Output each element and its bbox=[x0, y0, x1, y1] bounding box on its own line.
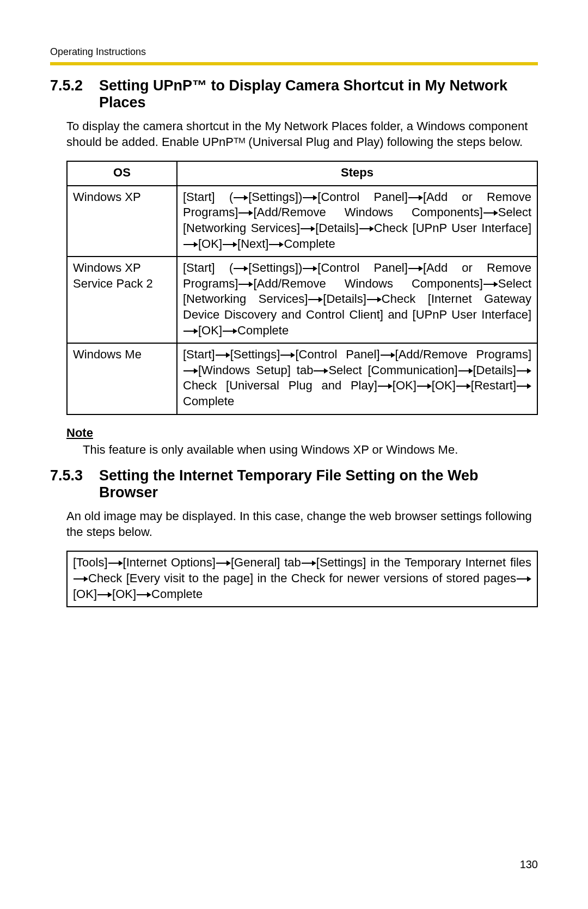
arrow-right-icon bbox=[301, 559, 316, 567]
arrow-right-icon bbox=[313, 367, 328, 375]
table-row: Windows Me[Start][Settings][Control Pane… bbox=[67, 343, 537, 414]
arrow-right-icon bbox=[458, 367, 473, 375]
table-header-steps: Steps bbox=[177, 161, 537, 186]
arrow-right-icon bbox=[238, 280, 253, 288]
os-cell: Windows XP Service Pack 2 bbox=[67, 257, 177, 343]
arrow-right-icon bbox=[302, 194, 317, 202]
browser-steps-box: [Tools][Internet Options][General] tab[S… bbox=[66, 551, 538, 607]
arrow-right-icon bbox=[483, 209, 498, 217]
section-number: 7.5.3 bbox=[50, 467, 99, 484]
arrow-right-icon bbox=[416, 382, 432, 390]
arrow-right-icon bbox=[222, 327, 237, 335]
os-steps-table: OS Steps Windows XP[Start] ([Settings])[… bbox=[66, 161, 538, 414]
arrow-right-icon bbox=[516, 367, 531, 375]
table-header-os: OS bbox=[67, 161, 177, 186]
browser-steps-content: [Tools][Internet Options][General] tab[S… bbox=[73, 555, 531, 602]
arrow-right-icon bbox=[238, 209, 253, 217]
section-heading-752: 7.5.2 Setting UPnP™ to Display Camera Sh… bbox=[50, 77, 538, 111]
arrow-right-icon bbox=[216, 559, 231, 567]
section-753-intro: An old image may be displayed. In this c… bbox=[50, 509, 538, 540]
arrow-right-icon bbox=[359, 225, 374, 233]
arrow-right-icon bbox=[97, 591, 112, 599]
arrow-right-icon bbox=[377, 382, 393, 390]
arrow-right-icon bbox=[108, 559, 123, 567]
arrow-right-icon bbox=[456, 382, 471, 390]
arrow-right-icon bbox=[380, 351, 395, 359]
note-body: This feature is only available when usin… bbox=[50, 442, 538, 458]
arrow-right-icon bbox=[408, 194, 423, 202]
arrow-right-icon bbox=[233, 194, 248, 202]
arrow-right-icon bbox=[73, 575, 88, 583]
arrow-right-icon bbox=[136, 591, 151, 599]
section-title: Setting UPnP™ to Display Camera Shortcut… bbox=[99, 77, 538, 111]
arrow-right-icon bbox=[308, 296, 323, 303]
arrow-right-icon bbox=[516, 382, 531, 390]
table-row: Windows XP Service Pack 2[Start] ([Setti… bbox=[67, 257, 537, 343]
arrow-right-icon bbox=[302, 265, 317, 272]
section-title: Setting the Internet Temporary File Sett… bbox=[99, 467, 538, 501]
document-page: Operating Instructions 7.5.2 Setting UPn… bbox=[0, 0, 588, 909]
arrow-right-icon bbox=[366, 296, 382, 303]
arrow-right-icon bbox=[215, 351, 230, 359]
running-header: Operating Instructions bbox=[50, 46, 538, 58]
section-number: 7.5.2 bbox=[50, 77, 99, 94]
os-cell: Windows Me bbox=[67, 343, 177, 414]
arrow-right-icon bbox=[183, 241, 198, 248]
accent-bar bbox=[50, 62, 538, 65]
section-heading-753: 7.5.3 Setting the Internet Temporary Fil… bbox=[50, 467, 538, 501]
arrow-right-icon bbox=[300, 225, 315, 233]
section-752-intro: To display the camera shortcut in the My… bbox=[50, 119, 538, 150]
arrow-right-icon bbox=[408, 265, 423, 272]
steps-cell: [Start] ([Settings])[Control Panel][Add … bbox=[177, 186, 537, 257]
table-body: Windows XP[Start] ([Settings])[Control P… bbox=[67, 186, 537, 414]
note-label: Note bbox=[50, 426, 538, 440]
page-number: 130 bbox=[520, 858, 538, 871]
arrow-right-icon bbox=[233, 265, 248, 272]
arrow-right-icon bbox=[183, 367, 198, 375]
table-row: Windows XP[Start] ([Settings])[Control P… bbox=[67, 186, 537, 257]
arrow-right-icon bbox=[483, 280, 498, 288]
steps-cell: [Start][Settings][Control Panel][Add/Rem… bbox=[177, 343, 537, 414]
arrow-right-icon bbox=[222, 241, 237, 248]
arrow-right-icon bbox=[280, 351, 295, 359]
os-cell: Windows XP bbox=[67, 186, 177, 257]
arrow-right-icon bbox=[268, 241, 284, 248]
steps-cell: [Start] ([Settings])[Control Panel][Add … bbox=[177, 257, 537, 343]
arrow-right-icon bbox=[516, 575, 531, 583]
arrow-right-icon bbox=[183, 327, 198, 335]
